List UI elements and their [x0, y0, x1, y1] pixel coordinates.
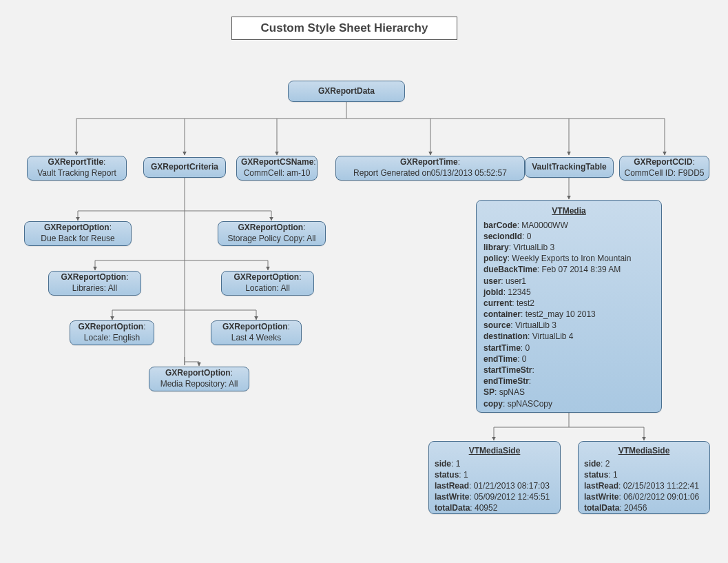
field-value: : 40952: [470, 503, 497, 513]
node-label: GXReportCriteria: [148, 162, 221, 173]
field-key: jobId: [483, 287, 503, 297]
node-label: GXReportOption:: [216, 322, 297, 333]
field-key: lastWrite: [584, 492, 618, 502]
field-key: dueBackTime: [483, 265, 537, 274]
field-value: : 0: [521, 343, 530, 353]
field-key: status: [584, 470, 608, 480]
field-value: : spNAS: [495, 387, 525, 397]
vtmediaside-field: totalData: 40952: [435, 502, 554, 513]
node-value: Storage Policy Copy: All: [222, 234, 321, 245]
node-vtmedia: VTMedia barCode: MA0000WWseciondId: 0lib…: [476, 200, 662, 413]
vtmedia-field: startTime: 0: [483, 342, 654, 354]
node-reportccid: GXReportCCID: CommCell ID: F9DD5: [619, 156, 709, 181]
node-value: Libraries: All: [53, 283, 136, 294]
node-root: GXReportData: [288, 81, 405, 102]
field-value: :: [532, 365, 534, 375]
node-label: VaultTrackingTable: [530, 162, 609, 173]
field-key: seciondId: [483, 232, 522, 241]
node-opt3a: GXReportOption: Locale: English: [70, 320, 154, 345]
vtmedia-field: current: test2: [483, 298, 654, 309]
node-value: Location: All: [226, 283, 309, 294]
node-value: Due Back for Reuse: [29, 234, 127, 245]
vtmedia-field: seciondId: 0: [483, 231, 654, 242]
node-opt2a: GXReportOption: Libraries: All: [48, 271, 141, 296]
node-reporttime: GXReportTime: Report Generated on05/13/2…: [335, 156, 525, 181]
vtmedia-field: source: VirtualLib 3: [483, 320, 654, 331]
field-key: policy: [483, 254, 508, 263]
node-value: CommCell ID: F9DD5: [624, 168, 705, 179]
field-key: startTime: [483, 343, 521, 353]
node-label: GXReportOption:: [222, 223, 321, 234]
node-reporttitle: GXReportTitle: Vault Tracking Report: [27, 156, 127, 181]
field-key: library: [483, 243, 509, 252]
vtmediaside-field: side: 2: [584, 458, 704, 469]
vtmedia-field: library: VirtualLib 3: [483, 242, 654, 253]
field-value: : 2: [601, 459, 610, 469]
field-value: : 01/21/2013 08:17:03: [469, 481, 550, 491]
field-key: lastRead: [584, 481, 618, 491]
vtmedia-field: startTimeStr:: [483, 365, 654, 376]
field-key: lastWrite: [435, 492, 469, 502]
field-value: : user1: [501, 276, 526, 286]
vtmedia-field: container: test2_may 10 2013: [483, 309, 654, 320]
node-label: GXReportOption:: [154, 368, 245, 379]
field-value: : 1: [451, 459, 460, 469]
node-value: CommCell: am-10: [241, 168, 313, 179]
field-key: totalData: [584, 503, 619, 513]
node-reportcriteria: GXReportCriteria: [143, 157, 226, 178]
field-value: : MA0000WW: [517, 221, 568, 230]
field-key: endTimeStr: [483, 376, 529, 386]
node-vtmediaside-1: VTMediaSide side: 1status: 1lastRead: 01…: [428, 441, 561, 514]
field-value: : VirtualLib 4: [528, 331, 574, 341]
vtmediaside-header: VTMediaSide: [584, 446, 704, 457]
vtmedia-field: user: user1: [483, 276, 654, 287]
field-key: SP: [483, 387, 495, 397]
field-value: : 1: [459, 470, 468, 480]
node-label: GXReportTitle:: [32, 157, 122, 168]
field-key: container: [483, 309, 521, 319]
field-value: : 0: [517, 354, 526, 364]
vtmediaside-field: status: 1: [584, 469, 704, 480]
field-value: : 06/02/2012 09:01:06: [618, 492, 699, 502]
field-key: destination: [483, 331, 528, 341]
node-value: Locale: English: [74, 333, 149, 344]
node-value: Vault Tracking Report: [32, 168, 122, 179]
field-key: user: [483, 276, 501, 286]
node-opt2b: GXReportOption: Location: All: [221, 271, 314, 296]
vtmedia-field: endTimeStr:: [483, 376, 654, 387]
vtmediaside-header: VTMediaSide: [435, 446, 554, 457]
node-opt3b: GXReportOption: Last 4 Weeks: [211, 320, 302, 345]
field-key: startTimeStr: [483, 365, 532, 375]
field-value: : Feb 07 2014 8:39 AM: [537, 265, 621, 274]
field-key: totalData: [435, 503, 470, 513]
vtmediaside-field: lastRead: 02/15/2013 11:22:41: [584, 480, 704, 491]
node-root-label: GXReportData: [293, 86, 400, 97]
vtmediaside-field: lastWrite: 05/09/2012 12:45:51: [435, 491, 554, 502]
vtmedia-field: dueBackTime: Feb 07 2014 8:39 AM: [483, 264, 654, 275]
node-label: GXReportOption:: [226, 272, 309, 283]
node-label: GXReportOption:: [29, 223, 127, 234]
vtmedia-field: destination: VirtualLib 4: [483, 331, 654, 342]
diagram-title: Custom Style Sheet Hierarchy: [231, 17, 457, 40]
field-value: : 0: [522, 232, 531, 241]
field-key: endTime: [483, 354, 517, 364]
vtmedia-field: barCode: MA0000WW: [483, 220, 654, 231]
field-value: : 02/15/2013 11:22:41: [618, 481, 699, 491]
field-value: : VirtualLib 3: [509, 243, 555, 252]
field-value: : 12345: [503, 287, 531, 297]
node-vtmediaside-2: VTMediaSide side: 2status: 1lastRead: 02…: [578, 441, 710, 514]
vtmedia-field: policy: Weekly Exports to Iron Mountain: [483, 253, 654, 264]
vtmediaside-field: lastRead: 01/21/2013 08:17:03: [435, 480, 554, 491]
field-key: side: [435, 459, 451, 469]
node-label: GXReportTime:: [340, 157, 520, 168]
field-value: : 20456: [619, 503, 647, 513]
vtmediaside-field: lastWrite: 06/02/2012 09:01:06: [584, 491, 704, 502]
field-key: current: [483, 298, 512, 308]
node-opt4: GXReportOption: Media Repository: All: [149, 367, 249, 391]
field-key: copy: [483, 399, 503, 409]
node-reportcsname: GXReportCSName: CommCell: am-10: [236, 156, 318, 181]
node-opt1a: GXReportOption: Due Back for Reuse: [24, 221, 132, 246]
field-key: lastRead: [435, 481, 469, 491]
vtmediaside-field: side: 1: [435, 458, 554, 469]
field-value: : Weekly Exports to Iron Mountain: [508, 254, 632, 263]
